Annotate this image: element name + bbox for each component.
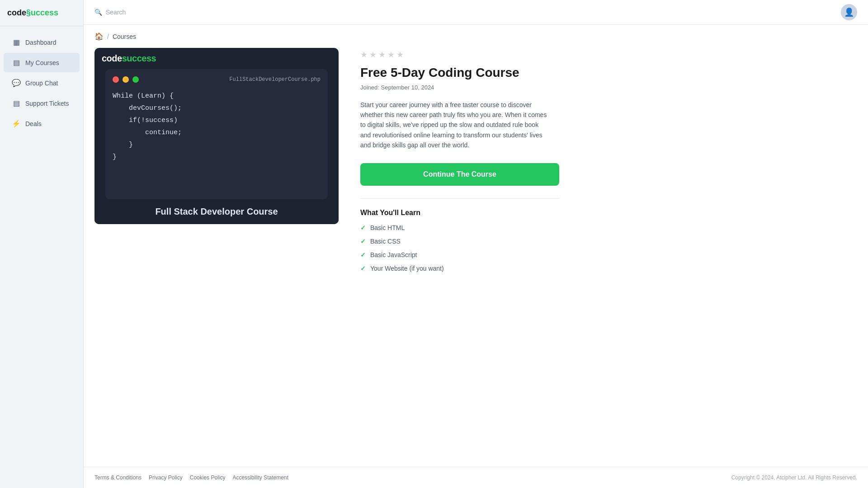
course-description: Start your career journey with a free ta…: [360, 100, 550, 150]
footer: Terms & Conditions Privacy Policy Cookie…: [84, 467, 868, 488]
star-rating: ★ ★ ★ ★ ★: [360, 50, 857, 60]
avatar[interactable]: 👤: [841, 4, 857, 20]
code-line-4: continue;: [113, 127, 321, 139]
learn-item-label-4: Your Website (if you want): [370, 265, 444, 272]
code-window: FullStackDeveloperCourse.php While (Lear…: [105, 69, 328, 199]
header: 🔍 Search 👤: [84, 0, 868, 25]
sidebar-nav: ▦ Dashboard ▤ My Courses 💬 Group Chat ▤ …: [0, 26, 83, 134]
check-icon-4: ✓: [360, 265, 366, 272]
learn-item-label-3: Basic JavaScript: [370, 251, 417, 258]
group-chat-icon: 💬: [12, 79, 21, 87]
breadcrumb-separator: /: [107, 33, 109, 40]
check-icon-1: ✓: [360, 224, 366, 231]
code-filename: FullStackDeveloperCourse.php: [229, 76, 321, 83]
sidebar-item-support-tickets[interactable]: ▤ Support Tickets: [4, 94, 80, 113]
footer-link-terms[interactable]: Terms & Conditions: [94, 474, 142, 481]
code-content: While (Learn) { devCourses(); if(!succes…: [113, 90, 321, 163]
course-thumbnail: codesuccess FullStackDeveloperCourse.php…: [94, 48, 339, 224]
learn-item-1: ✓ Basic HTML: [360, 224, 857, 231]
divider: [360, 198, 559, 199]
my-courses-icon: ▤: [12, 58, 21, 67]
learn-item-2: ✓ Basic CSS: [360, 238, 857, 245]
dashboard-icon: ▦: [12, 38, 21, 47]
learn-item-4: ✓ Your Website (if you want): [360, 265, 857, 272]
search-bar[interactable]: 🔍 Search: [94, 9, 126, 16]
search-icon: 🔍: [94, 9, 102, 16]
sidebar: code§uccess ▦ Dashboard ▤ My Courses 💬 G…: [0, 0, 84, 488]
thumbnail-header: codesuccess: [94, 48, 339, 69]
deals-icon: ⚡: [12, 119, 21, 128]
code-line-1: While (Learn) {: [113, 90, 321, 102]
continue-button[interactable]: Continue The Course: [360, 163, 559, 186]
window-dot-yellow: [123, 76, 129, 83]
what-youll-learn-title: What You'll Learn: [360, 209, 857, 217]
breadcrumb: 🏠 / Courses: [84, 25, 868, 48]
window-dot-red: [113, 76, 119, 83]
check-icon-2: ✓: [360, 238, 366, 245]
footer-link-cookies[interactable]: Cookies Policy: [190, 474, 226, 481]
brand-logo: code§uccess: [0, 0, 83, 26]
code-line-3: if(!success): [113, 114, 321, 127]
star-1: ★: [360, 50, 368, 60]
sidebar-item-label: My Courses: [25, 59, 59, 66]
course-title: Free 5-Day Coding Course: [360, 65, 857, 80]
course-image-section: codesuccess FullStackDeveloperCourse.php…: [94, 48, 339, 456]
star-5: ★: [396, 50, 404, 60]
code-line-6: }: [113, 151, 321, 163]
sidebar-item-group-chat[interactable]: 💬 Group Chat: [4, 73, 80, 93]
star-2: ★: [369, 50, 377, 60]
search-placeholder: Search: [106, 9, 126, 16]
sidebar-item-label: Support Tickets: [25, 100, 69, 107]
support-tickets-icon: ▤: [12, 99, 21, 108]
star-4: ★: [387, 50, 395, 60]
footer-links: Terms & Conditions Privacy Policy Cookie…: [94, 474, 288, 481]
footer-link-accessibility[interactable]: Accessibility Statement: [232, 474, 288, 481]
thumbnail-logo-accent: success: [122, 53, 156, 63]
main-content: 🔍 Search 👤 🏠 / Courses codesuccess: [84, 0, 868, 488]
sidebar-item-dashboard[interactable]: ▦ Dashboard: [4, 33, 80, 52]
code-line-5: }: [113, 139, 321, 151]
star-3: ★: [378, 50, 386, 60]
joined-date: Joined: September 10, 2024: [360, 84, 857, 91]
sidebar-item-label: Deals: [25, 120, 42, 127]
window-dot-green: [132, 76, 139, 83]
page-body: codesuccess FullStackDeveloperCourse.php…: [84, 48, 868, 467]
brand-accent: §uccess: [26, 8, 58, 17]
breadcrumb-current: Courses: [113, 33, 136, 40]
sidebar-item-label: Dashboard: [25, 39, 57, 46]
thumbnail-subtitle: Full Stack Developer Course: [94, 199, 339, 224]
check-icon-3: ✓: [360, 251, 366, 258]
learn-item-3: ✓ Basic JavaScript: [360, 251, 857, 258]
sidebar-item-deals[interactable]: ⚡ Deals: [4, 114, 80, 133]
sidebar-item-label: Group Chat: [25, 80, 58, 87]
learn-item-label-1: Basic HTML: [370, 224, 405, 231]
footer-link-privacy[interactable]: Privacy Policy: [149, 474, 183, 481]
window-controls: FullStackDeveloperCourse.php: [113, 76, 321, 83]
home-icon[interactable]: 🏠: [94, 32, 104, 41]
footer-copyright: Copyright © 2024, Atcipher Ltd. All Righ…: [731, 474, 857, 481]
course-details: ★ ★ ★ ★ ★ Free 5-Day Coding Course Joine…: [360, 48, 857, 456]
thumbnail-logo: codesuccess: [102, 53, 156, 64]
sidebar-item-my-courses[interactable]: ▤ My Courses: [4, 53, 80, 72]
code-line-2: devCourses();: [113, 102, 321, 114]
learn-item-label-2: Basic CSS: [370, 238, 401, 245]
